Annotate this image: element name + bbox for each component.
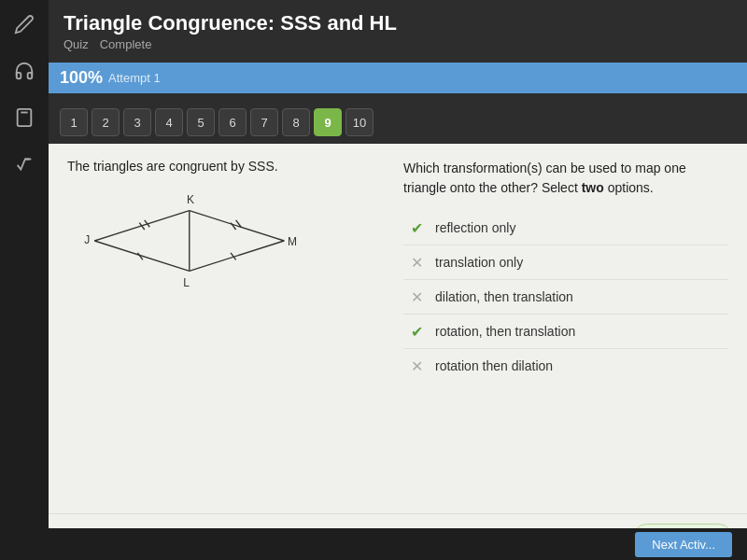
question-nav: 1 2 3 4 5 6 7 8 9 10 <box>49 101 747 144</box>
svg-text:L: L <box>183 276 190 289</box>
q-btn-3[interactable]: 3 <box>123 108 151 136</box>
option-text-5: rotation then dilation <box>435 358 553 373</box>
headphones-icon[interactable] <box>9 56 39 86</box>
q-btn-4[interactable]: 4 <box>155 108 183 136</box>
q-btn-5[interactable]: 5 <box>187 108 215 136</box>
q-btn-2[interactable]: 2 <box>92 108 120 136</box>
check-icon-1: ✔ <box>407 218 426 237</box>
x-icon-5: ✕ <box>407 357 426 375</box>
attempt-label: Attempt 1 <box>108 71 161 85</box>
option-rotation-dilation[interactable]: ✕ rotation then dilation <box>403 349 728 383</box>
x-icon-3: ✕ <box>407 287 426 306</box>
q-btn-6[interactable]: 6 <box>218 108 247 136</box>
q-btn-7[interactable]: 7 <box>250 108 278 136</box>
q-btn-8[interactable]: 8 <box>282 108 310 136</box>
diagram-area: J K L M <box>67 185 385 498</box>
option-text-1: reflection only <box>435 220 515 235</box>
main-content: Triangle Congruence: SSS and HL Quiz Com… <box>49 0 747 560</box>
calculator-icon[interactable] <box>9 103 39 133</box>
congruence-label: The triangles are congruent by SSS. <box>67 159 385 174</box>
option-reflection[interactable]: ✔ reflection only <box>403 211 728 245</box>
svg-line-19 <box>231 223 236 230</box>
header: Triangle Congruence: SSS and HL Quiz Com… <box>49 0 747 55</box>
svg-text:M: M <box>288 235 297 248</box>
svg-line-14 <box>94 241 190 271</box>
triangle-diagram: J K L M <box>67 185 329 297</box>
left-panel: The triangles are congruent by SSS. <box>67 159 385 498</box>
option-text-3: dilation, then translation <box>435 289 573 304</box>
sqrt-icon[interactable] <box>9 149 39 179</box>
check-icon-4: ✔ <box>407 322 426 341</box>
option-text-4: rotation, then translation <box>435 324 575 339</box>
progress-bar: 100% Attempt 1 <box>49 63 747 93</box>
option-text-2: translation only <box>435 255 523 270</box>
q-btn-9[interactable]: 9 <box>314 108 342 136</box>
svg-text:K: K <box>187 193 194 206</box>
right-panel: Which transformation(s) can be used to m… <box>403 159 728 498</box>
svg-line-16 <box>190 241 285 271</box>
question-area: The triangles are congruent by SSS. <box>49 144 747 513</box>
option-rotation-translation[interactable]: ✔ rotation, then translation <box>403 315 728 349</box>
next-button[interactable]: Next Activ... <box>635 532 732 557</box>
x-icon-2: ✕ <box>407 253 426 272</box>
progress-percent: 100% <box>60 68 103 88</box>
page-title: Triangle Congruence: SSS and HL <box>63 11 732 35</box>
pencil-icon[interactable] <box>9 9 39 39</box>
question-text: Which transformation(s) can be used to m… <box>403 159 728 198</box>
subtitle: Quiz Complete <box>63 37 732 51</box>
option-translation[interactable]: ✕ translation only <box>403 245 728 280</box>
svg-text:J: J <box>84 233 90 246</box>
footer: Next Activ... <box>49 528 747 560</box>
q-btn-1[interactable]: 1 <box>60 108 88 136</box>
option-dilation-translation[interactable]: ✕ dilation, then translation <box>403 280 728 315</box>
svg-line-15 <box>190 211 285 241</box>
content-area: The triangles are congruent by SSS. <box>49 144 747 560</box>
sidebar <box>0 0 49 560</box>
quiz-label: Quiz <box>63 37 89 51</box>
status-label: Complete <box>100 37 152 51</box>
q-btn-10[interactable]: 10 <box>345 108 374 136</box>
